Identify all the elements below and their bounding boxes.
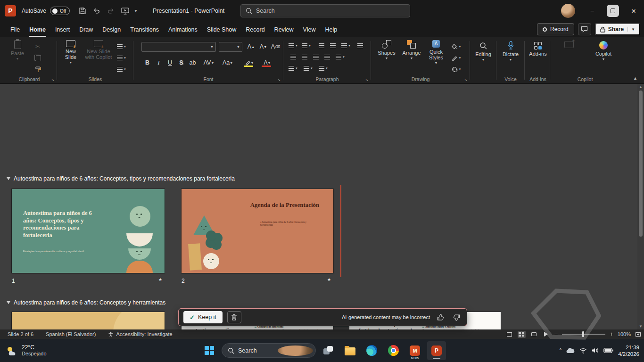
font-color-button[interactable]: A▼: [260, 58, 274, 67]
scrollbar-thumb[interactable]: [639, 90, 643, 237]
keep-it-button[interactable]: ✓ Keep it: [183, 311, 223, 323]
save-button[interactable]: [76, 5, 89, 17]
redo-button[interactable]: [105, 5, 117, 17]
fit-to-window-button[interactable]: [635, 331, 641, 337]
paragraph-dialog-launcher[interactable]: ↘: [365, 78, 368, 82]
italic-button[interactable]: I: [154, 58, 164, 67]
slideshow-view-button[interactable]: [542, 331, 550, 338]
clear-formatting-button[interactable]: A⌫: [271, 42, 281, 51]
record-button[interactable]: Record: [537, 23, 574, 35]
taskbar-search[interactable]: Search: [222, 343, 316, 358]
slide-thumbnail-1[interactable]: Autoestima para niños de 6 años: Concept…: [12, 189, 165, 273]
thumbs-down-button[interactable]: [451, 312, 462, 323]
shape-effects-button[interactable]: ▼: [451, 65, 462, 74]
task-view-button[interactable]: [319, 341, 338, 360]
section-header-1[interactable]: Autoestima para niños de 6 años: Concept…: [7, 175, 235, 182]
increase-font-size-button[interactable]: A▲: [246, 42, 256, 51]
paste-button[interactable]: Paste▼: [7, 40, 28, 60]
font-dialog-launcher[interactable]: ↘: [277, 78, 281, 82]
dictate-button[interactable]: Dictate▼: [499, 41, 522, 61]
powerpoint-logo[interactable]: P: [5, 5, 16, 16]
decrease-indent-button[interactable]: [316, 41, 327, 50]
slide-sorter-view-button[interactable]: [518, 331, 526, 338]
align-center-button[interactable]: [299, 52, 310, 62]
change-case-button[interactable]: Aa▼: [221, 58, 235, 67]
close-button[interactable]: ×: [623, 0, 644, 22]
quick-styles-button[interactable]: A Quick Styles▼: [424, 40, 448, 64]
text-shadow-button[interactable]: S: [176, 58, 186, 67]
normal-view-button[interactable]: [505, 331, 513, 338]
slide-layout-button[interactable]: ▼: [116, 42, 127, 51]
wifi-icon[interactable]: [579, 348, 587, 354]
comments-button[interactable]: [578, 23, 591, 35]
maximize-button[interactable]: [603, 0, 623, 22]
collapse-ribbon-chevron[interactable]: ▲: [633, 76, 637, 81]
share-dropdown-chevron[interactable]: ▼: [627, 27, 635, 32]
text-direction-row-button[interactable]: [355, 41, 366, 50]
copilot-button[interactable]: Copilot▼: [591, 41, 616, 60]
battery-icon[interactable]: [603, 348, 613, 353]
thumbs-up-button[interactable]: [435, 312, 446, 323]
new-slide-with-copilot-button[interactable]: New Slide with Copilot: [83, 40, 114, 60]
addins-button[interactable]: Add-ins: [527, 42, 549, 57]
shape-fill-button[interactable]: ▼: [451, 42, 462, 51]
underline-button[interactable]: U: [165, 58, 175, 67]
clock[interactable]: 21:39 4/2/2026: [618, 344, 639, 357]
start-button[interactable]: [200, 341, 219, 360]
character-spacing-button[interactable]: AV▼: [202, 58, 216, 67]
tab-home[interactable]: Home: [25, 22, 50, 37]
shapes-button[interactable]: Shapes▼: [374, 40, 399, 59]
zoom-slider[interactable]: [562, 334, 605, 335]
slide-thumbnail-3[interactable]: Autoestima para niños de 6 años: Concept…: [12, 312, 165, 329]
scroll-down-arrow[interactable]: ▼: [637, 324, 644, 329]
tab-help[interactable]: Help: [320, 22, 342, 37]
share-button[interactable]: Share ▼: [595, 23, 640, 35]
weather-widget[interactable]: 22°C Despejado: [6, 344, 47, 357]
m365-button[interactable]: M M365: [405, 341, 424, 360]
tab-record[interactable]: Record: [241, 22, 269, 37]
editing-button[interactable]: Editing▼: [472, 42, 495, 61]
columns-button[interactable]: ▼: [335, 52, 346, 62]
slide-thumbnail-2[interactable]: Agenda de la Presentación • Autoestima p…: [182, 189, 333, 273]
tab-slide-show[interactable]: Slide Show: [202, 22, 241, 37]
section-button[interactable]: ▼: [116, 65, 127, 74]
section-header-2[interactable]: Autoestima para niños de 6 años: Concept…: [7, 299, 165, 306]
text-direction-button[interactable]: ▼: [288, 64, 299, 73]
increase-indent-button[interactable]: [327, 41, 339, 50]
autosave-toggle[interactable]: Off: [50, 7, 70, 15]
powerpoint-taskbar-button[interactable]: P: [427, 341, 446, 360]
line-spacing-button[interactable]: ▼: [340, 41, 352, 50]
bullets-button[interactable]: ▼: [288, 41, 299, 50]
accessibility-button[interactable]: Accessibility: Investigate: [108, 331, 172, 337]
minimize-button[interactable]: −: [582, 0, 603, 22]
strikethrough-button[interactable]: ab: [188, 58, 198, 67]
shape-outline-button[interactable]: ▼: [451, 53, 462, 63]
slide-1-animation-star[interactable]: ★: [158, 277, 162, 282]
tab-insert[interactable]: Insert: [50, 22, 74, 37]
drawing-dialog-launcher[interactable]: ↘: [464, 78, 467, 82]
cut-button[interactable]: ✂: [32, 42, 43, 51]
undo-button[interactable]: [91, 5, 103, 17]
format-painter-button[interactable]: [32, 65, 43, 74]
user-avatar[interactable]: [561, 4, 575, 18]
design-suggestions-button[interactable]: [552, 41, 586, 49]
align-left-button[interactable]: [288, 52, 299, 62]
reading-view-button[interactable]: [530, 331, 538, 338]
search-highlight-image[interactable]: [278, 346, 314, 356]
tab-draw[interactable]: Draw: [74, 22, 98, 37]
copy-button[interactable]: [32, 53, 43, 63]
font-name-combo[interactable]: ▼: [141, 42, 216, 52]
edge-button[interactable]: [362, 341, 381, 360]
section-collapse-icon[interactable]: [7, 177, 10, 180]
convert-smartart-button[interactable]: ▼: [318, 64, 329, 73]
discard-button[interactable]: [227, 311, 241, 323]
font-size-combo[interactable]: ▼: [219, 42, 242, 52]
hidden-icons-chevron[interactable]: ^: [560, 348, 562, 353]
volume-icon[interactable]: [592, 347, 599, 354]
clipboard-dialog-launcher[interactable]: ↘: [51, 78, 54, 82]
zoom-in-button[interactable]: +: [610, 332, 613, 337]
decrease-font-size-button[interactable]: A▼: [258, 42, 268, 51]
new-slide-button[interactable]: New Slide▼: [59, 40, 82, 64]
bold-button[interactable]: B: [142, 58, 152, 67]
titlebar-search-box[interactable]: [240, 4, 410, 17]
